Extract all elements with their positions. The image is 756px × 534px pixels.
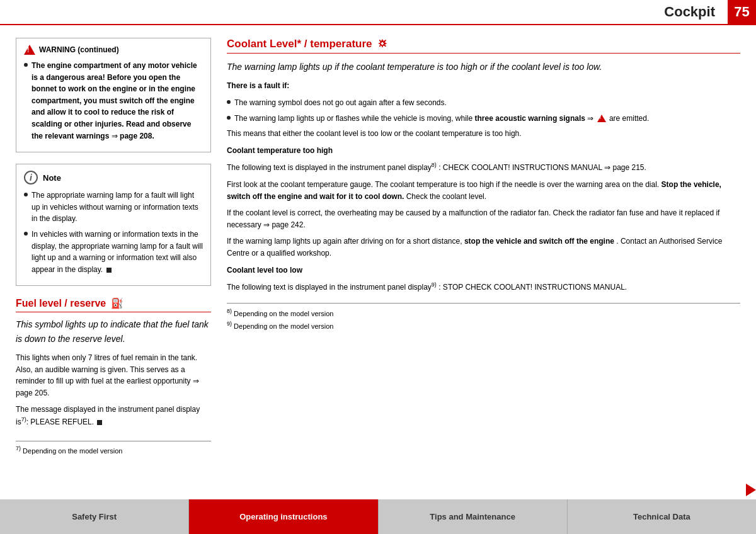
temp-high-body-2: First look at the coolant temperature ga… (227, 179, 740, 202)
right-column: Coolant Level* / temperature ⛭ The warni… (227, 38, 740, 493)
bullet-dot (24, 232, 28, 236)
temp-high-body-1: The following text is displayed in the i… (227, 161, 740, 174)
warning-bullet: The engine compartment of any motor vehi… (24, 60, 203, 142)
warning-title: WARNING (continued) (39, 45, 119, 54)
bullet-dot (227, 116, 231, 120)
bullet-dot (227, 100, 231, 104)
coolant-body-1: This means that either the coolant level… (227, 128, 740, 140)
page-footer: Safety First Operating instructions Tips… (0, 499, 756, 534)
footnote-8: 8) Depending on the model version (227, 307, 740, 319)
coolant-body: There is a fault if: The warning symbol … (227, 80, 740, 293)
end-square (106, 268, 112, 273)
continue-arrow-icon (746, 484, 756, 496)
footer-tab-tips[interactable]: Tips and Maintenance (379, 499, 568, 534)
coolant-low-body: The following text is displayed in the i… (227, 281, 740, 293)
footer-tab-tips-label: Tips and Maintenance (430, 512, 515, 521)
thermometer-icon: ⛭ (377, 38, 388, 50)
warning-page-ref: page 208. (120, 132, 154, 140)
fuel-section-heading: Fuel level / reserve ⛽ (16, 297, 211, 312)
footnote-9: 9) Depending on the model version (227, 319, 740, 332)
page-number: 75 (728, 0, 756, 25)
coolant-bullet-2-text: The warning lamp lights up or flashes wh… (234, 113, 740, 125)
temp-high-body-4: If the warning lamp lights up again afte… (227, 236, 740, 259)
footer-tab-operating[interactable]: Operating instructions (189, 499, 378, 534)
warning-inline-icon (597, 115, 606, 122)
coolant-heading-text: Coolant Level* / temperature (227, 38, 372, 50)
page-header: Cockpit 75 (0, 0, 756, 25)
fuel-section: Fuel level / reserve ⛽ This symbol light… (16, 297, 211, 428)
note-title: Note (43, 173, 61, 183)
warning-bold-text: The engine compartment of any motor vehi… (32, 61, 197, 140)
note-bullet-1: The appropriate warning lamp for a fault… (24, 190, 203, 225)
coolant-low-heading: Coolant level too low (227, 264, 740, 276)
footer-tab-technical-label: Technical Data (633, 512, 690, 521)
footer-tab-technical[interactable]: Technical Data (568, 499, 756, 534)
bullet-dot (24, 193, 28, 196)
warning-bullet-text: The engine compartment of any motor vehi… (32, 60, 203, 142)
info-icon: i (24, 171, 38, 185)
coolant-section-heading: Coolant Level* / temperature ⛭ (227, 38, 740, 54)
fault-heading: There is a fault if: (227, 80, 740, 92)
end-square (97, 420, 102, 425)
right-footnote: 8) Depending on the model version 9) Dep… (227, 303, 740, 332)
note-body: The appropriate warning lamp for a fault… (24, 190, 203, 275)
note-box: i Note The appropriate warning lamp for … (16, 164, 211, 286)
warning-header: WARNING (continued) (24, 45, 203, 55)
coolant-bullet-2: The warning lamp lights up or flashes wh… (227, 113, 740, 125)
main-content: WARNING (continued) The engine compartme… (0, 25, 756, 499)
fuel-intro: This symbol lights up to indicate that t… (16, 317, 211, 346)
coolant-intro: The warning lamp lights up if the coolan… (227, 60, 740, 74)
fuel-pump-icon: ⛽ (111, 297, 123, 309)
note-bullet-2: In vehicles with warning or information … (24, 229, 203, 275)
coolant-bullet-1-text: The warning symbol does not go out again… (234, 97, 740, 109)
chapter-title: Cockpit (664, 4, 715, 20)
footer-tab-safety[interactable]: Safety First (0, 499, 189, 534)
temp-high-body-3: If the coolant level is correct, the ove… (227, 207, 740, 230)
note-bullet-2-text: In vehicles with warning or information … (32, 229, 203, 275)
fuel-body: This lights when only 7 litres of fuel r… (16, 352, 211, 428)
coolant-bullet-1: The warning symbol does not go out again… (227, 97, 740, 109)
fuel-heading-text: Fuel level / reserve (16, 298, 106, 309)
footer-tab-safety-label: Safety First (72, 512, 117, 521)
temp-too-high-heading: Coolant temperature too high (227, 145, 740, 157)
warning-triangle-icon (24, 45, 35, 55)
note-bullet-1-text: The appropriate warning lamp for a fault… (32, 190, 203, 225)
left-footnote: 7) Depending on the model version (16, 441, 211, 456)
note-header: i Note (24, 171, 203, 185)
fuel-body-2: The message displayed in the instrument … (16, 404, 211, 428)
footer-tab-operating-label: Operating instructions (239, 512, 327, 521)
fuel-body-1: This lights when only 7 litres of fuel r… (16, 352, 211, 399)
footnote-7: 7) Depending on the model version (16, 445, 211, 456)
left-column: WARNING (continued) The engine compartme… (16, 38, 211, 493)
warning-body: The engine compartment of any motor vehi… (24, 60, 203, 142)
warning-box: WARNING (continued) The engine compartme… (16, 38, 211, 152)
bullet-dot (24, 63, 28, 67)
